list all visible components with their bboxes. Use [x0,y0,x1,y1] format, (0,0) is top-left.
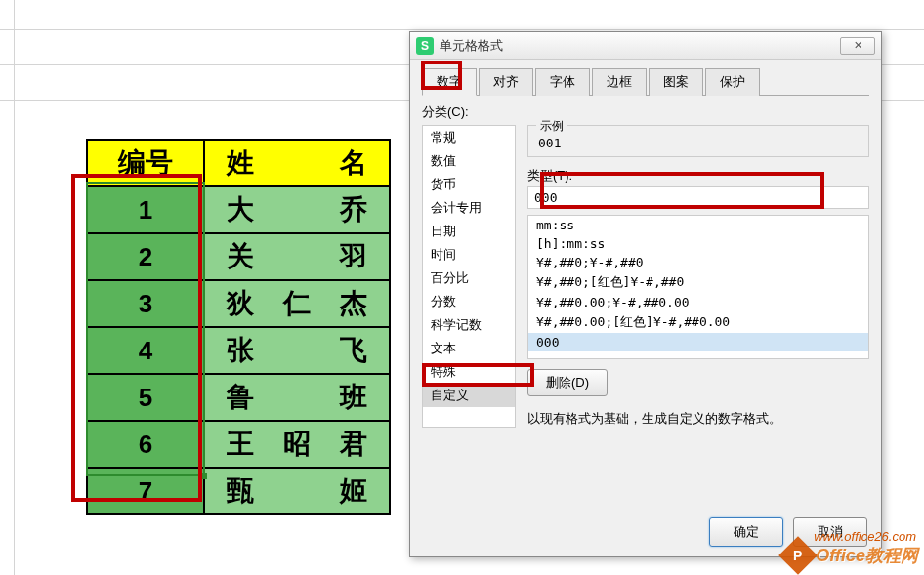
table-row[interactable]: 7甄 姬 [87,468,390,514]
cell-id[interactable]: 3 [87,280,204,327]
dialog-titlebar[interactable]: S 单元格格式 ✕ [410,32,881,60]
tab-number[interactable]: 数字 [422,68,477,96]
cell-id[interactable]: 1 [87,186,204,233]
close-button[interactable]: ✕ [840,37,875,55]
watermark-text: Office教程网 [816,544,918,567]
cell-id[interactable]: 5 [87,374,204,421]
tab-protection[interactable]: 保护 [705,68,760,96]
table-row[interactable]: 3狄仁杰 [87,280,390,327]
app-icon: S [416,37,434,55]
table-row[interactable]: 2关 羽 [87,233,390,280]
cell-name[interactable]: 关 羽 [204,233,390,280]
format-item[interactable]: ¥#,##0;¥-#,##0 [528,253,868,271]
watermark: P Office教程网 [784,542,918,569]
type-label: 类型(T): [527,167,869,185]
format-item[interactable]: mm:ss [528,216,868,234]
example-value: 001 [538,136,859,150]
format-item[interactable]: [h]:mm:ss [528,234,868,253]
category-special[interactable]: 特殊 [423,360,515,384]
delete-button[interactable]: 删除(D) [527,369,608,396]
cell-id[interactable]: 4 [87,327,204,374]
cell-name[interactable]: 大 乔 [204,186,390,233]
category-currency[interactable]: 货币 [423,173,515,196]
example-legend: 示例 [536,118,567,135]
dialog-tabs: 数字 对齐 字体 边框 图案 保护 [422,67,869,96]
category-label: 分类(C): [422,103,869,121]
cell-format-dialog: S 单元格格式 ✕ 数字 对齐 字体 边框 图案 保护 分类(C): 常规 数值… [409,31,882,557]
category-scientific[interactable]: 科学记数 [423,313,515,337]
tab-alignment[interactable]: 对齐 [479,68,533,96]
description-text: 以现有格式为基础，生成自定义的数字格式。 [527,410,869,428]
tab-pattern[interactable]: 图案 [649,68,703,96]
table-row[interactable]: 4张 飞 [87,327,390,374]
category-percentage[interactable]: 百分比 [423,267,515,290]
dialog-title: 单元格格式 [440,37,840,55]
category-fraction[interactable]: 分数 [423,290,515,313]
table-header-row: 编号 姓名 [87,140,390,186]
ok-button[interactable]: 确定 [709,517,783,547]
format-item[interactable]: 000 [528,333,868,351]
table-row[interactable]: 6王昭君 [87,421,390,468]
tab-border[interactable]: 边框 [592,68,647,96]
format-item[interactable]: ¥#,##0;[红色]¥-#,##0 [528,271,868,293]
format-item[interactable]: ¥#,##0.00;¥-#,##0.00 [528,293,868,311]
category-date[interactable]: 日期 [423,220,515,243]
cell-name[interactable]: 狄仁杰 [204,280,390,327]
category-accounting[interactable]: 会计专用 [423,196,515,220]
table-row[interactable]: 5鲁 班 [87,374,390,421]
cell-id[interactable]: 6 [87,421,204,468]
cell-id[interactable]: 7 [87,468,204,514]
table-row[interactable]: 1大 乔 [87,186,390,233]
category-text[interactable]: 文本 [423,337,515,360]
close-icon: ✕ [854,39,862,52]
category-custom[interactable]: 自定义 [423,384,515,407]
category-list[interactable]: 常规 数值 货币 会计专用 日期 时间 百分比 分数 科学记数 文本 特殊 自定… [422,125,516,428]
cell-id[interactable]: 2 [87,233,204,280]
cell-name[interactable]: 王昭君 [204,421,390,468]
format-list[interactable]: mm:ss [h]:mm:ss ¥#,##0;¥-#,##0 ¥#,##0;[红… [527,215,869,359]
example-box: 示例 001 [527,125,869,157]
header-name[interactable]: 姓名 [204,140,390,186]
cell-name[interactable]: 张 飞 [204,327,390,374]
category-number[interactable]: 数值 [423,149,515,173]
type-input[interactable] [527,186,869,209]
watermark-icon: P [779,536,819,575]
category-time[interactable]: 时间 [423,243,515,267]
cell-name[interactable]: 鲁 班 [204,374,390,421]
category-general[interactable]: 常规 [423,126,515,149]
tab-font[interactable]: 字体 [535,68,590,96]
cell-name[interactable]: 甄 姬 [204,468,390,514]
header-id[interactable]: 编号 [87,140,204,186]
data-table[interactable]: 编号 姓名 1大 乔 2关 羽 3狄仁杰 4张 飞 5鲁 班 6王昭君 7甄 姬 [86,139,391,515]
format-item[interactable]: ¥#,##0.00;[红色]¥-#,##0.00 [528,311,868,333]
